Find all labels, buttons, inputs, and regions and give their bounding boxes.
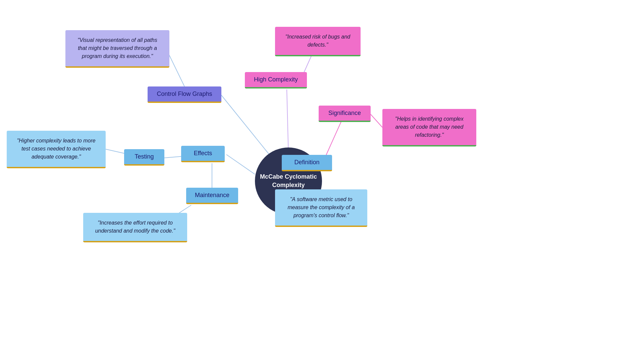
- high-complexity-label: High Complexity: [254, 76, 298, 83]
- definition-desc-node: "A software metric used to measure the c…: [275, 189, 367, 227]
- significance-desc-node: "Helps in identifying complex areas of c…: [382, 109, 476, 146]
- maintenance-desc-node: "Increases the effort required to unders…: [83, 213, 187, 242]
- significance-label: Significance: [328, 110, 361, 116]
- control-flow-desc-node: "Visual representation of all paths that…: [65, 30, 169, 68]
- significance-node[interactable]: Significance: [319, 106, 371, 122]
- maintenance-label: Maintenance: [195, 192, 229, 198]
- svg-line-10: [371, 114, 382, 127]
- svg-line-7: [287, 89, 288, 155]
- testing-desc-node: "Higher complexity leads to more test ca…: [7, 131, 106, 168]
- testing-label: Testing: [135, 153, 154, 160]
- definition-desc-label: "A software metric used to measure the c…: [287, 196, 355, 218]
- control-flow-graphs-node[interactable]: Control Flow Graphs: [148, 86, 221, 103]
- definition-node[interactable]: Definition: [282, 155, 332, 171]
- control-flow-graphs-label: Control Flow Graphs: [157, 90, 212, 97]
- testing-node[interactable]: Testing: [124, 149, 164, 166]
- effects-node[interactable]: Effects: [181, 146, 225, 162]
- high-complexity-desc-node: "Increased risk of bugs and defects.": [275, 27, 361, 56]
- maintenance-node[interactable]: Maintenance: [186, 188, 238, 204]
- maintenance-desc-label: "Increases the effort required to unders…: [95, 220, 175, 234]
- svg-line-1: [226, 155, 255, 174]
- significance-desc-label: "Helps in identifying complex areas of c…: [395, 116, 464, 138]
- definition-label: Definition: [294, 159, 319, 166]
- svg-line-0: [221, 95, 272, 158]
- center-label: McCabe Cyclomatic Complexity: [260, 173, 317, 189]
- svg-line-6: [168, 52, 184, 86]
- effects-label: Effects: [194, 150, 212, 157]
- high-complexity-desc-label: "Increased risk of bugs and defects.": [285, 34, 350, 48]
- high-complexity-node[interactable]: High Complexity: [245, 72, 307, 88]
- testing-desc-label: "Higher complexity leads to more test ca…: [17, 138, 95, 160]
- control-flow-desc-label: "Visual representation of all paths that…: [77, 37, 157, 59]
